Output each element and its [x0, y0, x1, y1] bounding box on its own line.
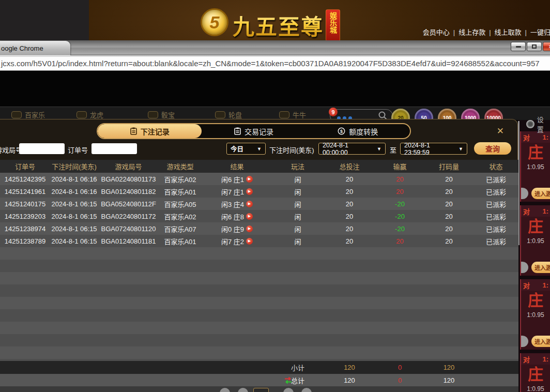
table-row: 14251240175 2024-8-1 06:15 BGA0524080112…	[0, 198, 518, 210]
cell-winloss: 20	[375, 237, 424, 245]
col-round: 游戏局号	[99, 161, 158, 171]
date-from-select[interactable]: 2024-8-1 00:00:00 ▼	[318, 143, 386, 155]
cell-order: 14251242395	[1, 175, 50, 183]
tab-credit-conversion[interactable]: $ 额度转换	[306, 124, 410, 138]
game-card[interactable]: 对1: 庄 1:0.95 进入游戏	[520, 131, 550, 202]
enter-game-button[interactable]: 进入游戏	[531, 336, 550, 347]
window-maximize-button[interactable]	[527, 42, 542, 51]
nav-label: 轮盘	[228, 110, 242, 119]
chevron-down-icon: ▼	[257, 146, 262, 152]
pagination-next-button[interactable]	[283, 388, 294, 392]
cell-volume: 20	[424, 188, 473, 195]
tab-bet-records[interactable]: 下注记录	[98, 124, 202, 138]
bet-records-icon	[130, 127, 137, 135]
order-number-input[interactable]	[91, 143, 137, 154]
col-play: 玩法	[272, 161, 324, 171]
link-member-center[interactable]: 会员中心	[423, 28, 450, 36]
banker-label: 庄	[521, 144, 550, 161]
col-result: 结果	[202, 161, 272, 171]
cell-bet: 20	[324, 237, 375, 245]
play-video-icon[interactable]: ▶	[246, 188, 253, 195]
baccarat-icon	[11, 111, 22, 118]
nav-item-roulette[interactable]: 轮盘	[215, 110, 242, 119]
pagination-prev-button[interactable]	[238, 388, 248, 392]
cell-winloss: -20	[375, 213, 424, 220]
card-left-button[interactable]	[520, 336, 528, 347]
cell-order: 14251238789	[1, 237, 50, 245]
total-winloss: 0	[375, 376, 424, 384]
total-bet: 120	[324, 376, 375, 384]
cell-status: 已派彩	[473, 224, 518, 234]
cell-result: 闲7 庄1▶	[202, 187, 272, 197]
col-type: 游戏类型	[158, 161, 202, 171]
table-row: 14251241961 2024-8-1 06:16 BGA0124080118…	[0, 185, 518, 198]
pagination-last-button[interactable]	[301, 388, 312, 392]
pair-odds: 1:	[542, 281, 548, 289]
window-close-button[interactable]: ✕	[543, 42, 550, 51]
total-row: 总计 120 0 120	[0, 374, 518, 386]
cell-time: 2024-8-1 06:16	[50, 188, 99, 195]
pagination-bar	[0, 386, 518, 392]
nav-item-baccarat[interactable]: 百家乐	[11, 110, 45, 119]
cell-round: BGA02240801172	[99, 213, 158, 220]
cell-round: BGA01240801182	[99, 188, 158, 195]
game-card[interactable]: 对1: 庄 1:0.95 进入游戏	[520, 205, 550, 276]
header-left-panel	[0, 0, 89, 47]
cell-bet: 20	[324, 213, 375, 220]
cell-time: 2024-8-1 06:16	[50, 175, 99, 183]
play-video-icon[interactable]: ▶	[246, 201, 253, 207]
chevron-down-icon: ▼	[459, 146, 463, 152]
nav-item-bull[interactable]: 牛牛	[279, 110, 306, 119]
date-range-select[interactable]: 今日 ▼	[226, 143, 266, 155]
link-online-deposit[interactable]: 线上存款	[459, 28, 485, 36]
play-video-icon[interactable]: ▶	[246, 176, 253, 183]
link-one-key-transfer[interactable]: 一键归户	[530, 28, 550, 36]
cell-play: 闲	[272, 174, 324, 184]
cell-volume: 20	[424, 237, 473, 245]
query-button[interactable]: 查询	[474, 142, 511, 155]
subtotal-bet: 120	[324, 364, 375, 371]
url-input[interactable]: jcxs.com/h5V01/pc/index.html?return=abou…	[0, 57, 550, 70]
cell-volume: 20	[424, 175, 473, 183]
table-row: 14251238789 2024-8-1 06:15 BGA0124080118…	[0, 235, 518, 247]
play-video-icon[interactable]: ▶	[246, 238, 253, 245]
cell-result: 闲6 庄1▶	[202, 174, 272, 184]
game-card[interactable]: 对1: 庄 1:0.95 进入游戏	[520, 353, 550, 392]
date-to-select[interactable]: 2024-8-1 23:59:59 ▼	[400, 143, 467, 155]
swap-icon[interactable]	[284, 376, 293, 384]
play-video-icon[interactable]: ▶	[246, 213, 253, 220]
cell-time: 2024-8-1 06:15	[50, 225, 99, 233]
nav-label: 骰宝	[161, 110, 175, 119]
settings-button[interactable]: 设置	[526, 114, 550, 134]
pair-odds: 1:	[542, 133, 548, 141]
window-minimize-button[interactable]	[511, 42, 526, 51]
close-icon[interactable]: ✕	[497, 126, 504, 137]
tab-transaction-records[interactable]: 交易记录	[202, 124, 305, 138]
transaction-records-icon	[234, 127, 241, 135]
nav-item-sicbo[interactable]: 骰宝	[148, 110, 175, 119]
to-label: 至	[390, 145, 396, 155]
cell-play: 闲	[272, 224, 324, 234]
card-left-button[interactable]	[520, 188, 528, 199]
pagination-page-input[interactable]	[253, 388, 269, 392]
pagination-first-button[interactable]	[220, 388, 230, 392]
subtotal-winloss: 0	[375, 364, 424, 371]
settings-chip-icon	[526, 120, 534, 128]
nav-label: 百家乐	[25, 110, 45, 119]
modal-tab-bar: 下注记录 交易记录 $ 额度转换	[97, 123, 411, 139]
game-round-input[interactable]	[19, 143, 65, 154]
date-from-value: 2024-8-1 00:00:00	[323, 142, 373, 156]
play-video-icon[interactable]: ▶	[246, 225, 253, 232]
game-card[interactable]: 对1: 庄 1:0.95 进入游戏	[520, 279, 550, 350]
enter-game-button[interactable]: 进入游戏	[531, 188, 550, 199]
logo-title: 九五至尊	[233, 9, 324, 41]
enter-game-button[interactable]: 进入游戏	[531, 262, 550, 273]
nav-item-dragon-tiger[interactable]: 龙虎	[77, 110, 103, 119]
browser-title-bar[interactable]: oogle Chrome ✕	[0, 40, 550, 55]
link-online-withdraw[interactable]: 线上取款	[495, 28, 522, 36]
pair-odds: 1:	[542, 355, 548, 363]
card-left-button[interactable]	[520, 262, 528, 273]
cell-status: 已派彩	[473, 199, 518, 209]
cell-round: BGA02240801173	[99, 175, 158, 183]
col-volume: 打码量	[424, 161, 473, 171]
